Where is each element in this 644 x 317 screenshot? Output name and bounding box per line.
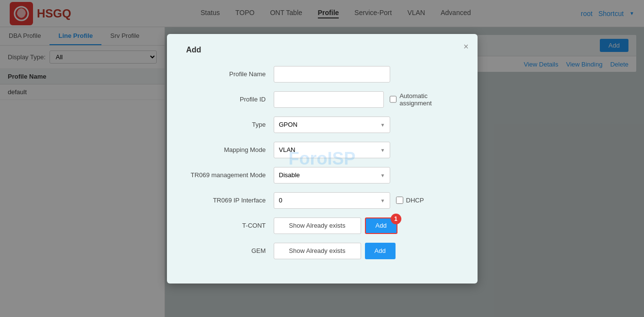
profile-name-row: Profile Name xyxy=(186,66,458,83)
gem-show-button[interactable]: Show Already exists xyxy=(274,243,361,259)
dhcp-checkbox[interactable] xyxy=(396,197,403,204)
profile-id-input[interactable] xyxy=(274,91,384,108)
gem-row: GEM Show Already exists Add xyxy=(186,243,458,259)
profile-name-input[interactable] xyxy=(274,66,390,83)
gem-label: GEM xyxy=(186,247,274,254)
dhcp-label: DHCP xyxy=(396,197,424,204)
type-select[interactable]: GPON EPON xyxy=(274,117,390,133)
tr069-ip-wrapper: 0 1 2 xyxy=(274,192,390,209)
modal-overlay: Add × ForoISP Profile Name Profile ID Au… xyxy=(0,0,644,317)
gem-add-button[interactable]: Add xyxy=(365,243,396,259)
tr069-mgmt-wrapper: Disable Enable xyxy=(274,167,390,184)
tr069-ip-select[interactable]: 0 1 2 xyxy=(274,192,390,209)
type-label: Type xyxy=(186,121,274,128)
add-modal: Add × ForoISP Profile Name Profile ID Au… xyxy=(167,34,478,284)
tr069-ip-label: TR069 IP Interface xyxy=(186,197,274,204)
profile-name-label: Profile Name xyxy=(186,70,274,78)
automatic-assignment-label: Automatic assignment xyxy=(390,92,458,107)
dhcp-text: DHCP xyxy=(406,197,424,204)
mapping-select-wrapper: VLAN GEM xyxy=(274,142,390,158)
automatic-assignment-text: Automatic assignment xyxy=(399,92,458,107)
tr069-mgmt-label: TR069 management Mode xyxy=(186,171,274,179)
type-row: Type GPON EPON xyxy=(186,117,458,133)
tcont-show-button[interactable]: Show Already exists xyxy=(274,217,361,234)
modal-close-button[interactable]: × xyxy=(463,42,469,52)
modal-title: Add xyxy=(186,46,458,54)
mapping-mode-label: Mapping Mode xyxy=(186,146,274,153)
tr069-ip-row: TR069 IP Interface 0 1 2 DHCP xyxy=(186,192,458,209)
tcont-badge: 1 xyxy=(391,214,401,224)
tcont-label: T-CONT xyxy=(186,222,274,229)
tcont-add-button[interactable]: Add 1 xyxy=(365,217,397,234)
mapping-mode-select[interactable]: VLAN GEM xyxy=(274,142,390,158)
type-select-wrapper: GPON EPON xyxy=(274,117,390,133)
profile-id-label: Profile ID xyxy=(186,96,274,103)
profile-id-row: Profile ID Automatic assignment xyxy=(186,91,458,108)
tcont-row: T-CONT Show Already exists Add 1 xyxy=(186,217,458,234)
tr069-mgmt-select[interactable]: Disable Enable xyxy=(274,167,390,184)
mapping-mode-row: Mapping Mode VLAN GEM xyxy=(186,142,458,158)
tr069-mgmt-row: TR069 management Mode Disable Enable xyxy=(186,167,458,184)
automatic-assignment-checkbox[interactable] xyxy=(390,96,396,103)
